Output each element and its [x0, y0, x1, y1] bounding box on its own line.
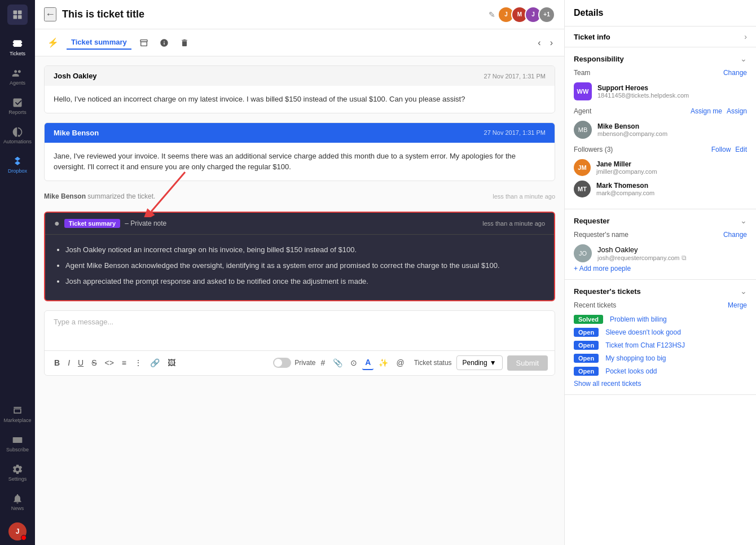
edit-icon[interactable]: ✎ [489, 10, 495, 19]
responsibility-chevron-icon[interactable]: ⌄ [740, 54, 747, 63]
show-all-tickets-button[interactable]: Show all recent tickets [574, 380, 747, 388]
ticket-summary-tab[interactable]: Ticket summary [67, 36, 131, 50]
sidebar-item-subscribe[interactable]: Subscribe [4, 430, 31, 457]
follower-row-2: MT Mark Thomeson mark@company.com [574, 181, 747, 197]
lightning-button[interactable]: ⚡ [44, 34, 62, 51]
sidebar-item-agents[interactable]: Agents [4, 63, 31, 90]
image-button[interactable]: 🖼 [165, 356, 178, 370]
sidebar-item-dropbox[interactable]: Dropbox [4, 151, 31, 178]
right-panel: Details Ticket info › Responsibility ⌄ T… [564, 0, 756, 545]
team-info: Support Heroes 18411458@tickets.helpdesk… [597, 84, 689, 99]
prev-ticket-button[interactable]: ‹ [535, 36, 543, 50]
panel-title: Details [574, 8, 603, 18]
sidebar-item-automations[interactable]: Automations [4, 122, 31, 149]
app-logo [7, 5, 28, 25]
follow-button[interactable]: Follow [711, 146, 731, 153]
text-color-button[interactable]: A [362, 355, 373, 370]
svg-rect-4 [13, 437, 23, 443]
recent-tickets-header-row: Recent tickets Merge [574, 301, 747, 309]
system-note: Mike Benson summarized the ticket. less … [44, 190, 555, 203]
archive-button[interactable] [136, 35, 152, 51]
system-note-actor: Mike Benson [44, 192, 86, 200]
recent-ticket-title-5[interactable]: Pocket looks odd [605, 367, 657, 375]
svg-rect-0 [14, 11, 17, 15]
italic-button[interactable]: I [65, 356, 73, 370]
message-time-1: 27 Nov 2017, 1:31 PM [484, 73, 546, 80]
sidebar: Tickets Agents Reports Automations Dropb… [0, 0, 35, 545]
info-button[interactable] [156, 35, 172, 51]
delete-button[interactable] [177, 35, 192, 51]
ticket-toolbar: ⚡ Ticket summary ‹ › [35, 29, 564, 56]
submit-button[interactable]: Submit [507, 355, 548, 371]
ticket-status-label: Ticket status [414, 359, 452, 367]
sparkle-button[interactable]: ✨ [376, 356, 391, 370]
recent-ticket-title-2[interactable]: Sleeve doesn't look good [605, 328, 681, 336]
ticket-info-label: Ticket info [574, 33, 610, 41]
summary-point-1: Josh Oakley noticed an incorrect charge … [65, 244, 545, 256]
merge-button[interactable]: Merge [728, 301, 747, 309]
link-button[interactable]: 🔗 [147, 356, 162, 370]
ticket-info-row[interactable]: Ticket info › [565, 27, 756, 47]
requester-title: Requester [574, 217, 610, 225]
followers-actions: Follow Edit [711, 146, 747, 153]
requester-section: Requester ⌄ Requester's name Change JO J… [565, 209, 756, 280]
sidebar-item-tickets[interactable]: Tickets [4, 34, 31, 61]
copy-email-icon[interactable]: ⧉ [682, 254, 687, 262]
summary-badge: Ticket summary [64, 219, 121, 228]
next-ticket-button[interactable]: › [548, 36, 555, 50]
private-switch[interactable] [273, 358, 291, 368]
private-label: Private [295, 359, 315, 367]
unordered-list-button[interactable]: ⋮ [131, 356, 145, 370]
bold-button[interactable]: B [51, 356, 63, 370]
follower-info-1: Jane Miller jmiller@company.com [596, 160, 657, 175]
target-button[interactable]: ⊙ [348, 356, 360, 370]
team-change-button[interactable]: Change [723, 69, 747, 77]
requester-change-button[interactable]: Change [723, 231, 747, 239]
toggle-knob [274, 359, 282, 367]
sidebar-item-reports[interactable]: Reports [4, 93, 31, 120]
sidebar-item-settings[interactable]: Settings [4, 459, 31, 486]
private-toggle[interactable]: Private [273, 358, 315, 368]
code-button[interactable]: <> [102, 356, 116, 370]
compose-input[interactable]: Type a message... [45, 311, 555, 350]
message-header-1: Josh Oakley 27 Nov 2017, 1:31 PM [45, 66, 555, 86]
agent-name: Mike Benson [597, 122, 667, 130]
ticket-badge-1: Solved [574, 315, 603, 324]
add-people-button[interactable]: + Add more poeple [574, 265, 631, 272]
requester-chevron-icon[interactable]: ⌄ [740, 216, 747, 225]
assign-me-button[interactable]: Assign me [691, 107, 722, 115]
responsibility-section: Responsibility ⌄ Team Change WW Support … [565, 47, 756, 209]
team-field-row: Team Change [574, 69, 747, 77]
agent-info: Mike Benson mbenson@company.com [597, 122, 667, 137]
ticket-body: Josh Oakley 27 Nov 2017, 1:31 PM Hello, … [35, 56, 564, 545]
back-button[interactable]: ← [44, 7, 56, 21]
requester-tickets-chevron-icon[interactable]: ⌄ [740, 287, 747, 296]
message-body-1: Hello, I've noticed an incorrect charge … [45, 86, 555, 113]
edit-followers-button[interactable]: Edit [735, 146, 747, 153]
recent-ticket-title-1[interactable]: Problem with biling [610, 315, 667, 323]
follower-avatar-1: JM [574, 159, 591, 176]
ticket-badge-3: Open [574, 341, 599, 350]
summary-point-2: Agent Mike Benson acknowledged the overs… [65, 260, 545, 272]
compose-area: Type a message... B I U S <> ≡ ⋮ 🔗 🖼 Pri… [44, 310, 555, 376]
recent-ticket-title-3[interactable]: Ticket from Chat F123HSJ [605, 341, 685, 349]
message-time-2: 27 Nov 2017, 1:31 PM [484, 129, 546, 136]
sidebar-item-marketplace[interactable]: Marketplace [4, 401, 31, 428]
strikethrough-button[interactable]: S [89, 356, 99, 370]
ordered-list-button[interactable]: ≡ [119, 356, 129, 370]
mention-button[interactable]: @ [393, 356, 407, 370]
underline-button[interactable]: U [75, 356, 86, 370]
message-sender-2: Mike Benson [54, 129, 99, 137]
recent-tickets-label: Recent tickets [574, 301, 616, 309]
sidebar-item-news[interactable]: News [4, 489, 31, 516]
follower-info-2: Mark Thomeson mark@company.com [596, 182, 654, 196]
assign-button[interactable]: Assign [727, 107, 747, 115]
attachment-button[interactable]: 📎 [330, 356, 345, 370]
svg-rect-1 [18, 11, 22, 15]
hashtag-button[interactable]: # [318, 356, 328, 370]
status-dropdown[interactable]: Pending ▼ [456, 355, 503, 370]
agent-actions: Assign me Assign [691, 107, 747, 115]
recent-ticket-title-4[interactable]: My shopping too big [605, 354, 666, 362]
team-avatar: WW [574, 82, 592, 100]
ticket-badge-5: Open [574, 367, 599, 376]
